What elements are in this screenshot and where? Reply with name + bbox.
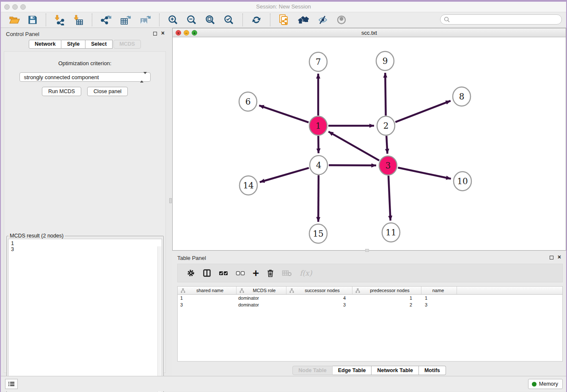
gear-icon: [187, 269, 195, 277]
float-table-panel-icon[interactable]: [550, 256, 553, 259]
zoom-in-button[interactable]: [166, 14, 180, 26]
graph-edge-3-10[interactable]: [398, 168, 451, 179]
home-button[interactable]: [295, 14, 311, 26]
memory-button[interactable]: Memory: [528, 379, 563, 389]
toolbar-separator: [242, 14, 243, 26]
status-bar: Memory: [1, 376, 566, 391]
duplicate-network-icon: [278, 14, 289, 26]
run-mcds-button[interactable]: Run MCDS: [42, 87, 81, 96]
graph-node-label: 1: [316, 121, 321, 131]
toolbar-separator: [270, 14, 270, 26]
mcds-result-group: MCDS result (2 nodes) 1 3: [6, 233, 164, 392]
open-session-button[interactable]: [7, 14, 22, 26]
optimization-criterion-select[interactable]: strongly connected component: [19, 72, 151, 82]
birds-eye-button[interactable]: [334, 14, 349, 26]
trash-icon: [267, 269, 274, 277]
table-cell: 1: [421, 295, 457, 301]
tab-node-table[interactable]: Node Table: [292, 366, 332, 375]
zoom-in-icon: [168, 14, 179, 25]
export-network-button[interactable]: [99, 14, 114, 26]
import-table-icon: [73, 14, 84, 25]
main-toolbar: [1, 12, 566, 28]
table-options-button[interactable]: [187, 269, 195, 277]
tab-mcds[interactable]: MCDS: [113, 40, 141, 49]
table-cell: 3: [286, 301, 352, 308]
graph-edge-1-6[interactable]: [259, 105, 308, 122]
close-panel-icon[interactable]: ×: [161, 30, 165, 36]
unselect-all-columns-button[interactable]: [236, 270, 245, 276]
tab-network-table[interactable]: Network Table: [372, 366, 419, 375]
fx-icon: f(x): [300, 269, 312, 277]
graph-edge-4-3[interactable]: [329, 165, 376, 166]
tab-style[interactable]: Style: [61, 40, 85, 49]
mcds-result-text[interactable]: 1 3: [8, 239, 162, 390]
table-panel-title: Table Panel: [177, 255, 206, 261]
column-header-predecessor-nodes[interactable]: predecessor nodes: [352, 287, 421, 294]
column-header-MCDS-role[interactable]: MCDS role: [237, 287, 286, 294]
memory-status-dot: [532, 382, 537, 386]
graph-edge-3-11[interactable]: [388, 176, 391, 221]
select-all-columns-button[interactable]: [219, 270, 228, 276]
delete-columns-button[interactable]: [267, 269, 274, 277]
graph-edge-2-3[interactable]: [386, 136, 387, 154]
optimization-criterion-value: strongly connected component: [24, 74, 99, 80]
graph-edge-2-8[interactable]: [395, 101, 450, 122]
splitter-grip[interactable]: [169, 198, 172, 203]
table-cell: 1: [352, 295, 421, 301]
zoom-selected-button[interactable]: [222, 14, 236, 26]
graph-edge-3-1[interactable]: [328, 132, 379, 160]
network-title: scc.txt: [173, 30, 566, 36]
task-history-button[interactable]: [5, 379, 18, 389]
tab-edge-table[interactable]: Edge Table: [333, 366, 372, 375]
control-panel-tabs: Network Style Select MCDS: [1, 40, 169, 49]
horizontal-splitter-grip[interactable]: [365, 249, 369, 252]
eye-icon: [336, 15, 347, 25]
export-table-button[interactable]: [118, 14, 133, 26]
create-column-button[interactable]: +: [253, 269, 259, 277]
tab-motifs[interactable]: Motifs: [419, 366, 446, 375]
mcds-panel: Optimization criterion: strongly connect…: [4, 51, 166, 373]
show-column-button[interactable]: [203, 269, 211, 277]
os-titlebar: Session: New Session: [1, 2, 566, 12]
import-table-button[interactable]: [71, 14, 85, 26]
close-table-panel-icon[interactable]: ×: [558, 254, 561, 260]
graph-edge-4-15[interactable]: [318, 175, 319, 222]
zoom-out-button[interactable]: [184, 14, 199, 26]
application-window: Session: New Session: [0, 0, 567, 392]
column-header-shared-name[interactable]: shared name: [178, 287, 237, 294]
float-panel-icon[interactable]: [153, 32, 157, 36]
table-row[interactable]: 3dominator323: [178, 301, 562, 308]
delete-table-button[interactable]: [282, 270, 292, 276]
graph-edge-2-9[interactable]: [385, 73, 385, 116]
vertical-splitter[interactable]: [169, 28, 172, 376]
column-header-successor-nodes[interactable]: successor nodes: [286, 287, 352, 294]
apply-layout-button[interactable]: [249, 14, 264, 26]
table-cell: dominator: [237, 301, 286, 308]
search-box: [440, 14, 562, 25]
table-cell: 4: [286, 295, 352, 301]
function-builder-button[interactable]: f(x): [300, 269, 312, 277]
table-row[interactable]: 1dominator411: [178, 295, 562, 301]
tab-network[interactable]: Network: [29, 40, 61, 49]
optimization-criterion-label: Optimization criterion:: [4, 60, 165, 66]
toolbar-separator: [92, 14, 92, 26]
close-panel-button[interactable]: Close panel: [87, 87, 128, 96]
import-network-button[interactable]: [52, 14, 67, 26]
table-body: 1dominator4113dominator323: [178, 295, 562, 308]
zoom-fit-button[interactable]: [203, 14, 217, 26]
hide-panels-button[interactable]: [316, 14, 330, 26]
zoom-out-icon: [186, 14, 197, 25]
save-session-button[interactable]: [26, 14, 39, 26]
table-panel: Table Panel × +: [172, 252, 566, 377]
graph-node-label: 4: [316, 160, 322, 170]
plus-icon: +: [253, 269, 259, 277]
duplicate-network-button[interactable]: [277, 13, 291, 27]
network-canvas[interactable]: 7968124314101511: [173, 37, 566, 250]
graph-edge-4-14[interactable]: [260, 168, 309, 182]
control-panel: Control Panel × Network Style Select MCD…: [1, 28, 169, 376]
column-header-name[interactable]: name: [421, 287, 457, 294]
search-input[interactable]: [452, 17, 558, 22]
tab-select[interactable]: Select: [85, 40, 113, 49]
result-scrollbar[interactable]: [157, 246, 161, 392]
export-image-button[interactable]: [138, 14, 153, 26]
